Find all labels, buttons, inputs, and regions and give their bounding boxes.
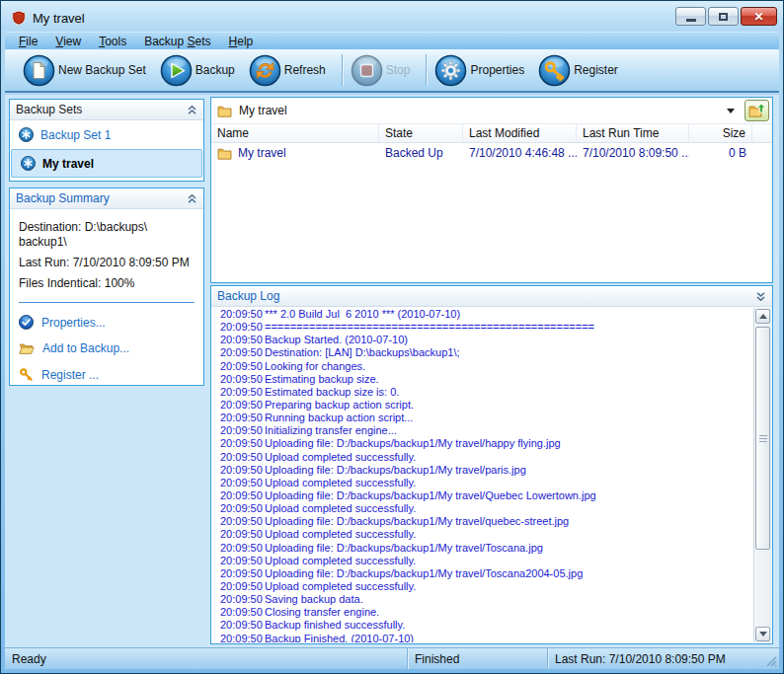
status-ready: Ready xyxy=(5,648,407,669)
log-line: 20:09:50 Initializing transfer engine... xyxy=(212,424,753,437)
collapse-chevron-down-icon[interactable] xyxy=(755,291,766,302)
new-backup-set-button[interactable]: New Backup Set xyxy=(23,54,146,87)
backup-log-title: Backup Log xyxy=(217,289,755,303)
log-message: Upload completed successfully. xyxy=(265,451,416,464)
toolbar-separator xyxy=(342,54,343,86)
log-message: Backup Finished. (2010-07-10) xyxy=(265,633,414,642)
app-window: My travel ✕ File View Tools Backup Sets … xyxy=(0,0,784,674)
log-time: 20:09:50 xyxy=(212,515,265,528)
log-line: 20:09:50 Uploading file: D:/backups/back… xyxy=(212,542,753,555)
log-time: 20:09:50 xyxy=(212,502,265,515)
register-link[interactable]: Register ... xyxy=(19,367,195,382)
cell-last-modified: 7/10/2010 4:46:48 ... xyxy=(463,146,577,160)
log-line: 20:09:50 Backup Started. (2010-07-10) xyxy=(212,334,753,346)
log-time: 20:09:50 xyxy=(212,580,265,593)
sidebar-item-backup-set-1[interactable]: Backup Set 1 xyxy=(10,120,203,149)
cell-size: 0 B xyxy=(689,146,752,160)
column-header[interactable]: Last Run Time xyxy=(577,124,689,142)
summary-divider xyxy=(19,302,195,303)
backup-button[interactable]: Backup xyxy=(160,54,235,87)
status-bar: Ready Finished Last Run: 7/10/2010 8:09:… xyxy=(5,647,779,669)
log-time: 20:09:50 xyxy=(212,593,265,606)
log-line: 20:09:50 Uploading file: D:/backups/back… xyxy=(212,567,753,580)
table-row[interactable]: My travel Backed Up 7/10/2010 4:46:48 ..… xyxy=(211,143,772,163)
backup-summary-header[interactable]: Backup Summary xyxy=(10,188,203,209)
column-header[interactable]: Size xyxy=(689,124,752,142)
log-time: 20:09:50 xyxy=(212,308,265,321)
backup-set-icon xyxy=(21,156,36,171)
sidebar-item-label: Backup Set 1 xyxy=(40,128,111,142)
stop-button[interactable]: Stop xyxy=(351,54,411,87)
close-button[interactable]: ✕ xyxy=(741,7,777,26)
log-message: Uploading file: D:/backups/backup1/My tr… xyxy=(265,567,583,580)
log-time: 20:09:50 xyxy=(212,360,265,373)
thumb-grip-icon xyxy=(759,435,767,442)
collapse-chevron-icon[interactable] xyxy=(187,193,197,204)
up-folder-button[interactable] xyxy=(745,100,769,121)
backup-sets-header[interactable]: Backup Sets xyxy=(10,100,203,120)
log-line: 20:09:50 Upload completed successfully. xyxy=(212,477,753,489)
log-lines: 20:09:50 *** 2.0 Build Jul 6 2010 *** (2… xyxy=(212,308,753,642)
log-time: 20:09:50 xyxy=(212,321,265,334)
collapse-chevron-icon[interactable] xyxy=(187,105,197,115)
scroll-down-button[interactable] xyxy=(755,627,770,641)
refresh-button[interactable]: Refresh xyxy=(249,54,326,87)
maximize-icon xyxy=(719,13,728,21)
menu-item[interactable]: View xyxy=(46,34,90,49)
log-message: Uploading file: D:/backups/backup1/My tr… xyxy=(265,437,561,450)
scrollbar-thumb[interactable] xyxy=(755,327,770,550)
properties-button[interactable]: Properties xyxy=(434,54,524,87)
backup-log-header[interactable]: Backup Log xyxy=(211,286,772,307)
column-header[interactable]: State xyxy=(379,124,463,142)
window-title: My travel xyxy=(33,11,85,26)
backup-label: Backup xyxy=(196,63,235,77)
register-label: Register xyxy=(574,63,618,77)
minimize-icon xyxy=(686,19,696,22)
log-line: 20:09:50 Upload completed successfully. xyxy=(212,502,753,515)
file-list-panel: My travel NameStateLast ModifiedLast Run… xyxy=(210,97,773,283)
column-header[interactable]: Last Modified xyxy=(463,124,577,142)
register-button[interactable]: Register xyxy=(538,54,618,87)
log-line: 20:09:50 Running backup action script... xyxy=(212,412,753,424)
log-message: Preparing backup action script. xyxy=(265,399,414,412)
toolbar-separator xyxy=(426,54,427,86)
log-message: Looking for changes. xyxy=(265,360,365,373)
log-time: 20:09:50 xyxy=(212,451,265,464)
log-line: 20:09:50 Upload completed successfully. xyxy=(212,555,753,567)
column-header[interactable]: Name xyxy=(211,124,379,142)
cell-state: Backed Up xyxy=(379,146,463,160)
properties-check-icon xyxy=(19,315,34,330)
scroll-up-button[interactable] xyxy=(755,309,770,324)
title-bar[interactable]: My travel ✕ xyxy=(5,4,779,32)
log-message: Saving backup data. xyxy=(265,593,363,606)
menu-bar: File View Tools Backup Sets Help xyxy=(5,32,779,49)
log-line: 20:09:50 Preparing backup action script. xyxy=(212,399,753,412)
log-message: Initializing transfer engine... xyxy=(265,424,397,437)
status-last-run: Last Run: 7/10/2010 8:09:50 PM xyxy=(547,648,763,669)
menu-item[interactable]: Backup Sets xyxy=(135,34,219,49)
dropdown-arrow-icon[interactable] xyxy=(727,109,735,113)
log-message: Destination: [LAN] D:\backups\backup1\; xyxy=(265,346,460,359)
log-time: 20:09:50 xyxy=(212,373,265,386)
menu-item[interactable]: Help xyxy=(220,34,263,49)
resize-grip[interactable] xyxy=(763,648,779,669)
path-bar[interactable]: My travel xyxy=(211,98,772,124)
path-value: My travel xyxy=(239,104,727,117)
log-time: 20:09:50 xyxy=(212,334,265,346)
log-scrollbar[interactable] xyxy=(753,308,771,642)
minimize-button[interactable] xyxy=(675,7,706,26)
log-time: 20:09:50 xyxy=(212,386,265,399)
menu-item[interactable]: File xyxy=(10,34,46,49)
log-time: 20:09:50 xyxy=(212,567,265,580)
backup-summary-panel: Backup Summary Destination: D:\backups\b… xyxy=(9,187,204,386)
sidebar-item-my-travel[interactable]: My travel xyxy=(11,149,202,178)
register-link-label: Register ... xyxy=(41,368,99,382)
menu-item[interactable]: Tools xyxy=(90,34,135,49)
properties-link[interactable]: Properties... xyxy=(19,315,195,330)
log-time: 20:09:50 xyxy=(212,489,265,502)
backup-sets-panel: Backup Sets Backup Set 1 xyxy=(9,99,204,182)
add-to-backup-link[interactable]: Add to Backup... xyxy=(19,341,195,355)
close-icon: ✕ xyxy=(753,11,763,23)
maximize-button[interactable] xyxy=(708,7,739,26)
backup-summary-body: Destination: D:\backups\backup1\ Last Ru… xyxy=(10,209,203,382)
